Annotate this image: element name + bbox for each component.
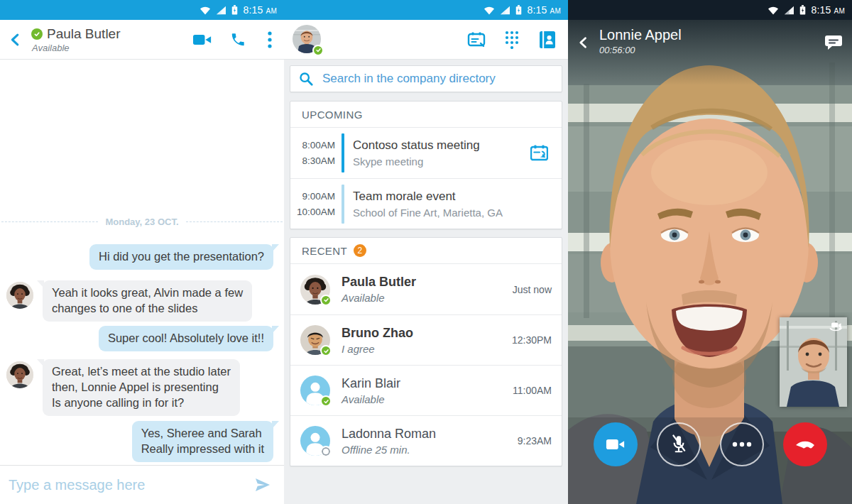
- contact-row[interactable]: Ladonna Roman Offline 25 min. 9:23AM: [290, 415, 562, 466]
- presence-available-icon: [320, 295, 332, 306]
- recent-card: RECENT 2 Paula Butler Available Just now…: [290, 237, 562, 466]
- contact-time: Just now: [513, 284, 552, 295]
- contact-status: Offline 25 min.: [342, 444, 436, 456]
- contact-name: Bruno Zhao: [342, 326, 413, 341]
- recent-header: RECENT 2: [290, 238, 562, 264]
- presence-offline-icon: [320, 446, 332, 457]
- message-outgoing: Super cool! Absolutely love it!!: [99, 326, 273, 351]
- camera-flip-icon[interactable]: [828, 321, 843, 335]
- call-peer-name: Lonnie Appel: [599, 27, 682, 43]
- battery-icon: [515, 5, 522, 15]
- call-timer: 00:56:00: [599, 45, 682, 55]
- self-video-preview[interactable]: [780, 317, 847, 407]
- microphone-muted-icon: [670, 434, 688, 454]
- meeting-row[interactable]: 8:00AM8:30AM Contoso status meeting Skyp…: [290, 128, 562, 178]
- date-divider: Monday, 23 OCT.: [0, 217, 284, 227]
- contact-row[interactable]: Bruno Zhao I agree 12:30PM: [290, 314, 562, 365]
- meeting-title: Contoso status meeting: [353, 138, 480, 153]
- contact-status: Available: [342, 393, 400, 405]
- contact-status: I agree: [342, 343, 413, 355]
- peer-status: Available: [32, 43, 121, 53]
- meeting-subtitle: School of Fine Art, Marietta, GA: [353, 207, 503, 219]
- hub-header: [284, 20, 568, 60]
- ellipsis-icon: [732, 442, 752, 447]
- back-button[interactable]: [0, 20, 31, 60]
- im-chat-button[interactable]: [815, 21, 852, 64]
- call-controls: [568, 422, 852, 466]
- contact-status: Available: [342, 292, 416, 304]
- wifi-icon: [768, 6, 779, 15]
- meeting-times: 8:00AM8:30AM: [290, 140, 342, 166]
- back-button[interactable]: [568, 21, 599, 64]
- message-input[interactable]: [9, 477, 244, 493]
- clock: 8:15 AM: [527, 4, 561, 16]
- message-outgoing: Yes, Sheree and Sarah Really impressed w…: [132, 421, 273, 462]
- chat-header: Paula Butler Available: [0, 20, 284, 60]
- call-header: Lonnie Appel 00:56:00: [568, 20, 852, 85]
- contact-name: Ladonna Roman: [342, 427, 436, 442]
- camera-toggle-button[interactable]: [594, 422, 638, 466]
- video-call-button[interactable]: [185, 20, 220, 60]
- battery-icon: [799, 5, 806, 15]
- presence-available-icon: [320, 345, 332, 356]
- meeting-subtitle: Skype meeting: [353, 155, 480, 168]
- end-call-icon: [794, 439, 816, 449]
- hub-screen: 8:15 AM UPCOMING 8:00: [284, 0, 568, 504]
- status-bar: 8:15 AM: [568, 0, 852, 20]
- search-icon: [299, 72, 313, 86]
- presence-available-icon: [320, 395, 332, 407]
- directory-icon[interactable]: [530, 20, 565, 60]
- avatar-paula: [6, 282, 33, 309]
- more-options-button[interactable]: [720, 422, 764, 466]
- meeting-row[interactable]: 9:00AM10:00AM Team morale event School o…: [290, 178, 562, 229]
- overflow-menu-button[interactable]: [256, 20, 284, 60]
- contact-name: Karin Blair: [342, 376, 400, 391]
- dialpad-icon[interactable]: [494, 20, 530, 60]
- signal-icon: [784, 6, 794, 15]
- battery-icon: [231, 5, 238, 15]
- signal-icon: [500, 6, 510, 15]
- hub-body: UPCOMING 8:00AM8:30AM Contoso status mee…: [284, 60, 568, 504]
- contact-row[interactable]: Karin Blair Available 11:00AM: [290, 365, 562, 415]
- unread-count-badge: 2: [354, 244, 366, 257]
- message-incoming: Great, let’s meet at the studio later th…: [43, 359, 240, 416]
- voice-call-button[interactable]: [220, 20, 256, 60]
- contact-time: 11:00AM: [513, 385, 552, 396]
- upcoming-header: UPCOMING: [290, 102, 562, 128]
- peer-name: Paula Butler: [47, 26, 121, 42]
- clock: 8:15 AM: [811, 4, 845, 16]
- contact-time: 9:23AM: [518, 435, 552, 447]
- meeting-times: 9:00AM10:00AM: [290, 191, 342, 217]
- avatar-paula: [6, 361, 33, 388]
- video-camera-icon: [606, 437, 626, 451]
- video-call-screen: 8:15 AM: [568, 0, 852, 504]
- message-input-bar: [0, 465, 284, 504]
- meetings-icon[interactable]: [459, 20, 494, 60]
- join-meeting-icon[interactable]: [525, 139, 553, 168]
- send-button[interactable]: [250, 472, 275, 498]
- upcoming-card: UPCOMING 8:00AM8:30AM Contoso status mee…: [290, 101, 562, 229]
- search-bar: [290, 65, 562, 92]
- contact-time: 12:30PM: [512, 334, 552, 346]
- presence-available-icon: [31, 28, 43, 40]
- status-bar: 8:15 AM: [0, 0, 284, 20]
- peer-identity: Paula Butler Available: [31, 26, 121, 53]
- signal-icon: [216, 6, 226, 15]
- status-bar: 8:15 AM: [284, 0, 568, 20]
- end-call-button[interactable]: [783, 422, 827, 466]
- message-outgoing: Hi did you get the presentation?: [89, 244, 273, 270]
- clock: 8:15 AM: [243, 4, 277, 16]
- wifi-icon: [200, 6, 211, 15]
- search-input[interactable]: [322, 72, 553, 86]
- wifi-icon: [484, 6, 495, 15]
- contact-row[interactable]: Paula Butler Available Just now: [290, 264, 562, 314]
- contact-name: Paula Butler: [342, 275, 416, 290]
- chat-screen: 8:15 AM Paula Butler Available Monday, 2…: [0, 0, 284, 504]
- message-incoming: Yeah it looks great, Alvin made a few ch…: [43, 280, 252, 322]
- meeting-title: Team morale event: [353, 190, 503, 204]
- presence-available-icon: [312, 45, 324, 56]
- mute-button[interactable]: [657, 422, 701, 466]
- my-profile-button[interactable]: [293, 25, 322, 55]
